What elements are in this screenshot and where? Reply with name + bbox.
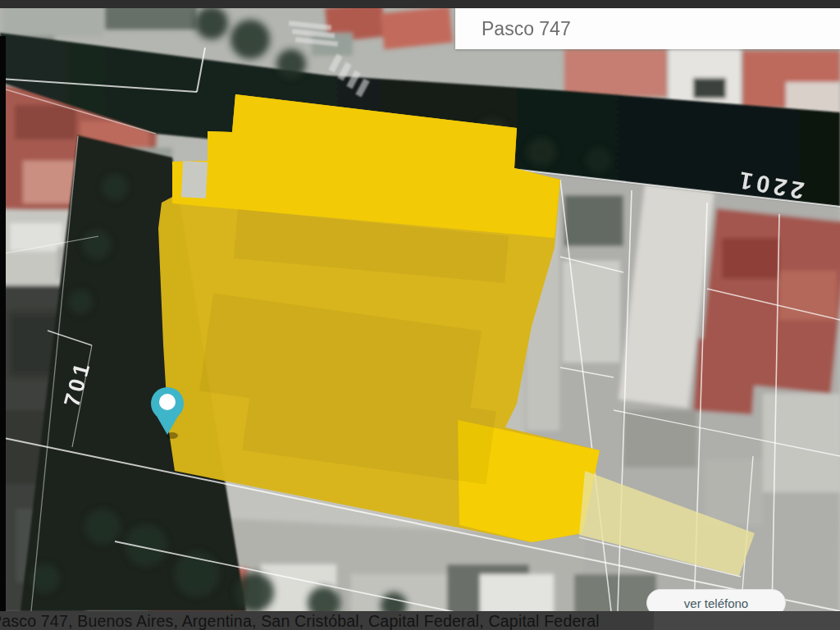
bottom-bar-segment	[654, 611, 840, 630]
left-edge-strip	[0, 36, 6, 611]
bottom-bar: Pasco 747, Buenos Aires, Argentina, San …	[0, 611, 840, 630]
top-bar	[0, 0, 840, 8]
address-text: Pasco 747, Buenos Aires, Argentina, San …	[0, 612, 600, 630]
highlight-shading	[199, 209, 509, 484]
highlight-notch	[181, 161, 208, 199]
phone-button-label: ver teléfono	[684, 596, 748, 610]
pin-inner-dot	[159, 394, 176, 410]
property-map-screen: 2201 701 C ver teléfono Pasco 747, Bueno…	[0, 0, 840, 630]
search-box	[455, 8, 840, 49]
satellite-map[interactable]: 2201 701 C	[0, 0, 840, 630]
search-input[interactable]	[480, 17, 840, 41]
